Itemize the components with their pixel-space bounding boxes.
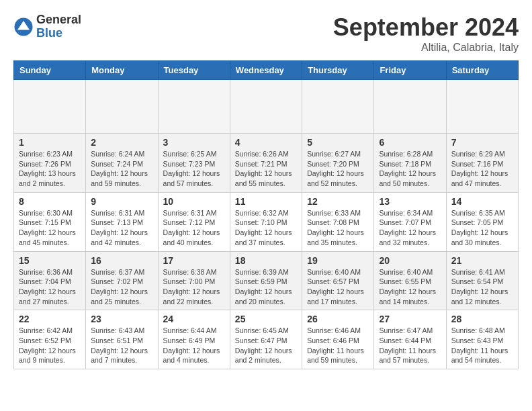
day-number: 7 bbox=[451, 137, 513, 148]
calendar-cell bbox=[14, 80, 86, 134]
day-info: Sunrise: 6:28 AMSunset: 7:18 PMDaylight:… bbox=[379, 149, 441, 189]
day-number: 15 bbox=[19, 255, 81, 266]
day-number: 16 bbox=[91, 255, 152, 266]
calendar-cell: 7Sunrise: 6:29 AMSunset: 7:16 PMDaylight… bbox=[446, 134, 518, 193]
day-info: Sunrise: 6:45 AMSunset: 6:47 PMDaylight:… bbox=[235, 326, 297, 365]
calendar-cell: 24Sunrise: 6:44 AMSunset: 6:49 PMDayligh… bbox=[158, 310, 230, 369]
day-number: 3 bbox=[163, 137, 225, 148]
col-sunday: Sunday bbox=[14, 61, 86, 80]
day-info: Sunrise: 6:25 AMSunset: 7:23 PMDaylight:… bbox=[163, 149, 225, 189]
day-number: 1 bbox=[19, 137, 81, 148]
day-number: 2 bbox=[91, 137, 152, 148]
day-info: Sunrise: 6:34 AMSunset: 7:07 PMDaylight:… bbox=[379, 208, 441, 248]
location-subtitle: Altilia, Calabria, Italy bbox=[333, 42, 519, 54]
day-number: 19 bbox=[307, 255, 369, 266]
calendar-header-row: Sunday Monday Tuesday Wednesday Thursday… bbox=[14, 61, 519, 80]
calendar-cell bbox=[446, 80, 518, 134]
day-info: Sunrise: 6:31 AMSunset: 7:13 PMDaylight:… bbox=[91, 208, 152, 248]
calendar-cell: 14Sunrise: 6:35 AMSunset: 7:05 PMDayligh… bbox=[446, 192, 518, 251]
day-info: Sunrise: 6:35 AMSunset: 7:05 PMDaylight:… bbox=[451, 208, 513, 248]
day-number: 5 bbox=[307, 137, 369, 148]
calendar-cell: 28Sunrise: 6:48 AMSunset: 6:43 PMDayligh… bbox=[446, 310, 518, 369]
month-title: September 2024 bbox=[333, 13, 519, 42]
col-tuesday: Tuesday bbox=[158, 61, 230, 80]
day-number: 11 bbox=[235, 196, 297, 207]
day-number: 10 bbox=[163, 196, 225, 207]
calendar-cell: 6Sunrise: 6:28 AMSunset: 7:18 PMDaylight… bbox=[374, 134, 446, 193]
day-number: 23 bbox=[91, 314, 152, 324]
calendar-cell bbox=[374, 80, 446, 134]
calendar-row-2: 1Sunrise: 6:23 AMSunset: 7:26 PMDaylight… bbox=[14, 134, 519, 193]
col-friday: Friday bbox=[374, 61, 446, 80]
calendar-cell: 19Sunrise: 6:40 AMSunset: 6:57 PMDayligh… bbox=[302, 251, 374, 310]
day-info: Sunrise: 6:42 AMSunset: 6:52 PMDaylight:… bbox=[19, 326, 81, 365]
day-info: Sunrise: 6:47 AMSunset: 6:44 PMDaylight:… bbox=[379, 326, 441, 365]
day-number: 28 bbox=[451, 314, 513, 324]
calendar-cell: 2Sunrise: 6:24 AMSunset: 7:24 PMDaylight… bbox=[86, 134, 158, 193]
day-info: Sunrise: 6:31 AMSunset: 7:12 PMDaylight:… bbox=[163, 208, 225, 248]
calendar-cell bbox=[158, 80, 230, 134]
day-info: Sunrise: 6:27 AMSunset: 7:20 PMDaylight:… bbox=[307, 149, 369, 189]
day-info: Sunrise: 6:46 AMSunset: 6:46 PMDaylight:… bbox=[307, 326, 369, 365]
day-number: 8 bbox=[19, 196, 81, 207]
day-info: Sunrise: 6:44 AMSunset: 6:49 PMDaylight:… bbox=[163, 326, 225, 365]
calendar-cell bbox=[86, 80, 158, 134]
header: General Blue September 2024 Altilia, Cal… bbox=[13, 13, 519, 54]
logo-blue-text: Blue bbox=[36, 27, 81, 40]
calendar-cell: 16Sunrise: 6:37 AMSunset: 7:02 PMDayligh… bbox=[86, 251, 158, 310]
calendar-cell: 12Sunrise: 6:33 AMSunset: 7:08 PMDayligh… bbox=[302, 192, 374, 251]
calendar-cell: 3Sunrise: 6:25 AMSunset: 7:23 PMDaylight… bbox=[158, 134, 230, 193]
day-info: Sunrise: 6:48 AMSunset: 6:43 PMDaylight:… bbox=[451, 326, 513, 365]
day-info: Sunrise: 6:38 AMSunset: 7:00 PMDaylight:… bbox=[163, 267, 225, 307]
calendar-cell: 20Sunrise: 6:40 AMSunset: 6:55 PMDayligh… bbox=[374, 251, 446, 310]
calendar-cell: 4Sunrise: 6:26 AMSunset: 7:21 PMDaylight… bbox=[230, 134, 302, 193]
logo-general-text: General bbox=[36, 13, 81, 27]
calendar-row-4: 15Sunrise: 6:36 AMSunset: 7:04 PMDayligh… bbox=[14, 251, 519, 310]
day-info: Sunrise: 6:33 AMSunset: 7:08 PMDaylight:… bbox=[307, 208, 369, 248]
day-info: Sunrise: 6:24 AMSunset: 7:24 PMDaylight:… bbox=[91, 149, 152, 189]
calendar-cell bbox=[302, 80, 374, 134]
calendar-cell: 10Sunrise: 6:31 AMSunset: 7:12 PMDayligh… bbox=[158, 192, 230, 251]
calendar-cell: 11Sunrise: 6:32 AMSunset: 7:10 PMDayligh… bbox=[230, 192, 302, 251]
col-thursday: Thursday bbox=[302, 61, 374, 80]
day-info: Sunrise: 6:40 AMSunset: 6:57 PMDaylight:… bbox=[307, 267, 369, 307]
logo-icon bbox=[13, 17, 34, 37]
calendar-row-5: 22Sunrise: 6:42 AMSunset: 6:52 PMDayligh… bbox=[14, 310, 519, 369]
calendar-cell: 26Sunrise: 6:46 AMSunset: 6:46 PMDayligh… bbox=[302, 310, 374, 369]
day-info: Sunrise: 6:32 AMSunset: 7:10 PMDaylight:… bbox=[235, 208, 297, 248]
day-number: 17 bbox=[163, 255, 225, 266]
calendar-cell: 18Sunrise: 6:39 AMSunset: 6:59 PMDayligh… bbox=[230, 251, 302, 310]
calendar-cell: 13Sunrise: 6:34 AMSunset: 7:07 PMDayligh… bbox=[374, 192, 446, 251]
calendar-cell: 9Sunrise: 6:31 AMSunset: 7:13 PMDaylight… bbox=[86, 192, 158, 251]
day-number: 26 bbox=[307, 314, 369, 324]
title-section: September 2024 Altilia, Calabria, Italy bbox=[333, 13, 519, 54]
day-number: 24 bbox=[163, 314, 225, 324]
calendar-table: Sunday Monday Tuesday Wednesday Thursday… bbox=[13, 60, 519, 369]
day-number: 21 bbox=[451, 255, 513, 266]
calendar-cell: 8Sunrise: 6:30 AMSunset: 7:15 PMDaylight… bbox=[14, 192, 86, 251]
day-info: Sunrise: 6:37 AMSunset: 7:02 PMDaylight:… bbox=[91, 267, 152, 307]
calendar-cell: 21Sunrise: 6:41 AMSunset: 6:54 PMDayligh… bbox=[446, 251, 518, 310]
day-number: 22 bbox=[19, 314, 81, 324]
day-number: 4 bbox=[235, 137, 297, 148]
logo: General Blue bbox=[13, 13, 81, 40]
col-wednesday: Wednesday bbox=[230, 61, 302, 80]
calendar-cell: 15Sunrise: 6:36 AMSunset: 7:04 PMDayligh… bbox=[14, 251, 86, 310]
day-number: 18 bbox=[235, 255, 297, 266]
day-number: 25 bbox=[235, 314, 297, 324]
calendar-row-1 bbox=[14, 80, 519, 134]
calendar-cell: 5Sunrise: 6:27 AMSunset: 7:20 PMDaylight… bbox=[302, 134, 374, 193]
day-info: Sunrise: 6:29 AMSunset: 7:16 PMDaylight:… bbox=[451, 149, 513, 189]
calendar-cell: 23Sunrise: 6:43 AMSunset: 6:51 PMDayligh… bbox=[86, 310, 158, 369]
day-info: Sunrise: 6:23 AMSunset: 7:26 PMDaylight:… bbox=[19, 149, 81, 189]
day-number: 20 bbox=[379, 255, 441, 266]
calendar-cell: 22Sunrise: 6:42 AMSunset: 6:52 PMDayligh… bbox=[14, 310, 86, 369]
calendar-cell bbox=[230, 80, 302, 134]
day-info: Sunrise: 6:30 AMSunset: 7:15 PMDaylight:… bbox=[19, 208, 81, 248]
day-info: Sunrise: 6:43 AMSunset: 6:51 PMDaylight:… bbox=[91, 326, 152, 365]
day-number: 12 bbox=[307, 196, 369, 207]
col-monday: Monday bbox=[86, 61, 158, 80]
day-info: Sunrise: 6:40 AMSunset: 6:55 PMDaylight:… bbox=[379, 267, 441, 307]
day-info: Sunrise: 6:26 AMSunset: 7:21 PMDaylight:… bbox=[235, 149, 297, 189]
day-number: 14 bbox=[451, 196, 513, 207]
